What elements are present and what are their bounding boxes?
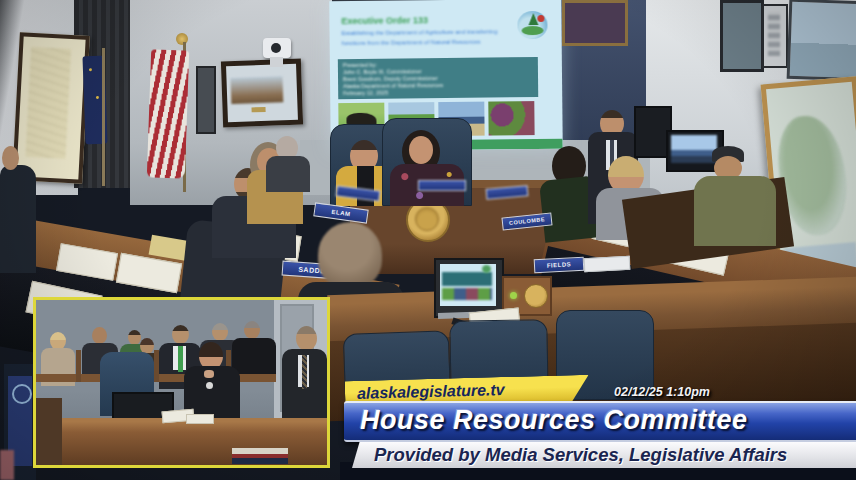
pip-audience-head [244, 321, 260, 339]
pip-desk-papers [186, 414, 214, 424]
presenter-back-of-head [318, 222, 382, 288]
slide-photo-produce [488, 101, 534, 135]
nameplate-fields: FIELDS [534, 257, 585, 274]
alaska-flag-star [96, 96, 99, 99]
picture-plaque [251, 107, 265, 112]
banner-title-bar: House Resources Committee [344, 401, 856, 442]
pip-right-man-tie [302, 355, 307, 389]
seal-inner-detail [415, 207, 439, 231]
pip-bench-post [76, 350, 81, 382]
broadcast-frame: Executive Order 133 Establishing the Dep… [0, 0, 856, 480]
laptop-screen-slide [440, 264, 496, 306]
pip-audience-head [128, 330, 141, 345]
pip-greentie-man-head [172, 325, 189, 344]
pip-bench-post [154, 350, 159, 382]
timer-green-light [510, 292, 517, 299]
pip-audience-head [212, 323, 228, 341]
ptz-camera-mount [270, 57, 283, 67]
framed-photo-topright-3 [787, 0, 856, 81]
slide-subtitle-1: Establishing the Department of Agricultu… [342, 28, 532, 36]
print-detail [768, 12, 780, 56]
slide-title: Executive Order 133 [341, 14, 501, 26]
framed-map-left [12, 32, 90, 183]
alaska-flag-pole [102, 48, 105, 186]
pip-left-rail [36, 398, 62, 465]
laptop-slide-band [442, 272, 492, 286]
staffer-behind-body [266, 156, 310, 192]
logo-sun-icon [537, 15, 544, 22]
framed-photo-topright-1 [720, 0, 764, 72]
framed-photo-topright-2 [762, 4, 788, 68]
timer-clock-icon [524, 284, 548, 308]
framed-dark-picture [562, 0, 628, 46]
pip-right-man-body [282, 349, 327, 423]
us-flag-eagle-topper [176, 33, 188, 45]
banner-timestamp: 02/12/25 1:10pm [614, 385, 764, 399]
camera-lens-icon [271, 43, 281, 53]
harbor-picture-detail [230, 76, 283, 104]
ptz-camera [263, 38, 291, 58]
person-far-left-head [2, 146, 19, 170]
laptop-slide-logo [482, 265, 491, 273]
monitor-blue-screen [671, 135, 717, 163]
cap-man-body [694, 176, 776, 246]
cochair-2-head [409, 136, 433, 164]
banner-title-text: House Resources Committee [344, 403, 856, 436]
pip-inset-video [33, 297, 330, 468]
lectern-logo-icon [12, 384, 32, 404]
pip-books-stack [232, 448, 288, 464]
foreground-pink-blob [0, 450, 14, 480]
pip-green-tie [178, 346, 183, 372]
framed-harbor-picture [221, 59, 303, 128]
nameplate-blank [418, 180, 466, 191]
us-flag [147, 49, 189, 178]
banner-subtitle-bar: Provided by Media Services, Legislative … [352, 442, 856, 468]
pip-audience-head [92, 327, 107, 344]
white-card [584, 256, 631, 272]
agriculture-logo-icon [517, 11, 547, 39]
pip-right-man-head [296, 326, 317, 351]
slide-presenter-band: Presented by: John C. Boyle III, Commiss… [338, 57, 538, 99]
laptop-slide-photos [442, 288, 492, 300]
alaska-flag-star [89, 68, 92, 71]
person-far-left [0, 165, 36, 273]
banner-channel-label: alaskalegislature.tv [345, 375, 589, 403]
pip-speaker-collar [204, 370, 214, 378]
slide-presenter-line: February 12, 2025 [343, 88, 538, 97]
pip-speaker-brooch [206, 382, 213, 389]
lower-third-banner: alaskalegislature.tv 02/12/25 1:10pm Hou… [340, 374, 856, 480]
banner-subtitle-text: Provided by Media Services, Legislative … [352, 442, 856, 466]
map-left-detail [25, 47, 71, 159]
slide-subtitle-2: functions from the Department of Natural… [342, 38, 512, 46]
logo-field-icon [521, 26, 543, 35]
small-dark-frame [196, 66, 216, 134]
